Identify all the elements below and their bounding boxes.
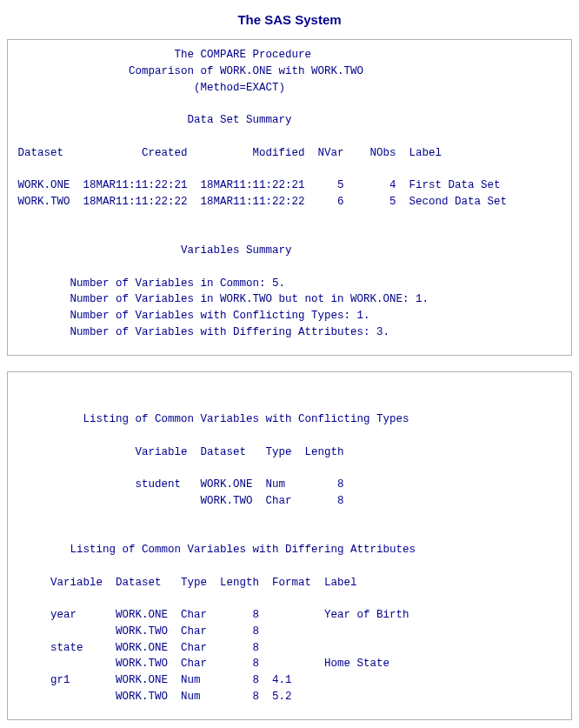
output-box-1: The COMPARE Procedure Comparison of WORK… xyxy=(7,39,572,356)
output-box-2: Listing of Common Variables with Conflic… xyxy=(7,371,572,720)
page-title: The SAS System xyxy=(7,12,572,27)
output-pre-1: The COMPARE Procedure Comparison of WORK… xyxy=(11,47,568,341)
output-pre-2: Listing of Common Variables with Conflic… xyxy=(11,379,568,705)
